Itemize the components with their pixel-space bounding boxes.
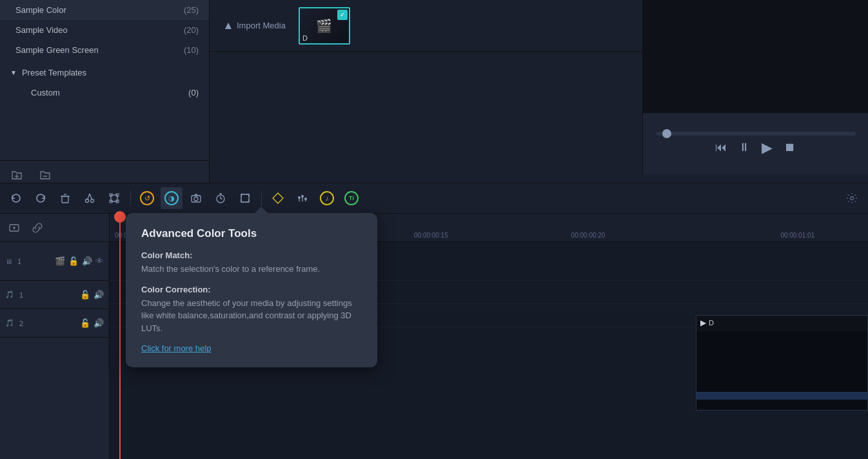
svg-point-8: [91, 199, 94, 203]
floating-preview-strip: [696, 392, 867, 400]
playback-buttons: ⏮ ⏸ ▶ ⏹: [715, 139, 796, 156]
left-media-panel: Sample Color (25) Sample Video (20) Samp…: [0, 0, 210, 174]
toolbar: ↺ ◑: [0, 183, 868, 214]
svg-marker-23: [273, 193, 283, 203]
playhead[interactable]: [119, 214, 121, 459]
playhead-handle[interactable]: [114, 211, 126, 223]
timer-button[interactable]: [210, 187, 232, 209]
redo-button[interactable]: [30, 187, 52, 209]
equalizer-button[interactable]: [291, 187, 313, 209]
tooltip-arrow: [255, 207, 268, 213]
import-media-button[interactable]: Import Media: [217, 17, 292, 34]
transform-button[interactable]: [103, 187, 125, 209]
step-back-button[interactable]: ⏮: [715, 141, 727, 154]
add-track-button[interactable]: [5, 219, 23, 237]
stop-button[interactable]: ⏹: [784, 141, 796, 154]
sample-color-item[interactable]: Sample Color (25): [0, 0, 209, 20]
color-correction-text: Change the aesthetic of your media by ad…: [141, 297, 362, 335]
sample-video-count: (20): [184, 25, 199, 35]
scrubber-thumb[interactable]: [662, 129, 671, 138]
lock-icon-3[interactable]: 🔓: [80, 318, 90, 328]
settings-button[interactable]: [841, 187, 863, 209]
play-icon: ▶: [700, 318, 706, 327]
floating-clip-label: D: [709, 319, 714, 327]
custom-preset-item[interactable]: Custom (0): [0, 83, 209, 103]
audio-track-icons: 🔓 🔊: [80, 290, 104, 300]
title-icon: Ti: [344, 191, 359, 205]
audio-track-2: 🎵 2 🔓 🔊: [0, 309, 109, 338]
audio-track-monitor: 🎵: [5, 291, 14, 299]
svg-point-27: [298, 196, 301, 199]
play-button[interactable]: ▶: [762, 139, 773, 156]
audio-track2-number: 2: [19, 320, 23, 327]
remove-folder-button[interactable]: [36, 166, 54, 184]
preset-templates-section: ▼ Preset Templates Custom (0): [0, 60, 209, 105]
floating-preview-header: ▶ D: [696, 316, 718, 330]
svg-line-9: [88, 194, 90, 199]
color-tools-button[interactable]: ◑: [161, 187, 182, 209]
audio-track-1: 🎵 1 🔓 🔊: [0, 281, 109, 309]
media-strip: Import Media 🎬 ✓ D: [210, 0, 642, 52]
add-folder-button[interactable]: [8, 166, 26, 184]
custom-label: Custom: [31, 88, 60, 97]
color-tools-tooltip: Advanced Color Tools Color Match: Match …: [126, 213, 377, 367]
fullscreen-button[interactable]: [234, 187, 256, 209]
preset-arrow-icon: ▼: [10, 69, 17, 76]
sample-green-screen-count: (10): [184, 45, 199, 55]
toolbar-divider-2: [261, 190, 262, 206]
import-media-label: Import Media: [237, 21, 286, 30]
preset-templates-label: Preset Templates: [22, 68, 199, 77]
tooltip-help-link[interactable]: Click for more help: [141, 343, 211, 353]
svg-rect-22: [241, 194, 249, 202]
ruler-label-4: 00:00:01:01: [780, 232, 814, 239]
floating-preview: ▶ D: [696, 315, 868, 411]
audio-track2-icons: 🔓 🔊: [80, 318, 104, 328]
tooltip-title: Advanced Color Tools: [141, 227, 362, 240]
audio-track-icon-1[interactable]: 🔊: [82, 256, 92, 266]
thumb-check-icon: ✓: [337, 10, 348, 20]
motion-button[interactable]: [267, 187, 289, 209]
ruler-label-2: 00:00:00:15: [414, 232, 448, 239]
lock-icon-1[interactable]: 🔓: [68, 256, 79, 266]
cut-button[interactable]: [79, 187, 101, 209]
title-button[interactable]: Ti: [340, 187, 362, 209]
link-button[interactable]: [28, 219, 46, 237]
restore-icon: ↺: [140, 191, 154, 205]
restore-button[interactable]: ↺: [136, 187, 158, 209]
toolbar-divider-1: [130, 190, 131, 206]
play-pause-button[interactable]: ⏸: [738, 141, 750, 154]
sample-color-count: (25): [184, 5, 199, 15]
sample-green-screen-item[interactable]: Sample Green Screen (10): [0, 40, 209, 60]
custom-count: (0): [188, 88, 199, 97]
sample-video-item[interactable]: Sample Video (20): [0, 20, 209, 40]
svg-marker-3: [225, 23, 232, 29]
toolbar-right: [841, 187, 863, 209]
audio-icon-3[interactable]: 🔊: [94, 318, 104, 328]
undo-button[interactable]: [5, 187, 27, 209]
preset-templates-header[interactable]: ▼ Preset Templates: [0, 63, 209, 83]
eye-icon-1[interactable]: 👁: [95, 256, 104, 266]
svg-point-30: [851, 197, 854, 200]
lock-icon-2[interactable]: 🔓: [80, 290, 90, 300]
svg-point-29: [304, 198, 307, 200]
scrubber-bar[interactable]: [656, 132, 856, 136]
ruler-label-3: 00:00:00:20: [571, 232, 606, 239]
sample-video-label: Sample Video: [15, 25, 184, 35]
audio-icon: ♪: [320, 191, 334, 205]
snapshot-button[interactable]: [185, 187, 207, 209]
svg-point-28: [301, 195, 304, 198]
svg-line-10: [90, 194, 92, 199]
thumb-label: D: [302, 34, 308, 42]
svg-point-7: [86, 199, 89, 203]
audio-icon-2[interactable]: 🔊: [94, 290, 104, 300]
timeline-left-panel: 🖥 1 🎬 🔓 🔊 👁 🎵 1 🔓 🔊 🎵 2 🔓 🔊: [0, 214, 110, 459]
media-preview-area: [210, 52, 642, 113]
delete-button[interactable]: [54, 187, 76, 209]
sample-color-label: Sample Color: [15, 5, 184, 15]
audio-track-number: 1: [19, 291, 23, 299]
media-thumbnail[interactable]: 🎬 ✓ D: [299, 7, 350, 45]
audio-track2-monitor: 🎵: [5, 319, 14, 327]
track-1-icons: 🎬 🔓 🔊 👁: [55, 256, 104, 266]
audio-button[interactable]: ♪: [316, 187, 338, 209]
track-1-monitor-icon: 🖥: [5, 258, 12, 265]
